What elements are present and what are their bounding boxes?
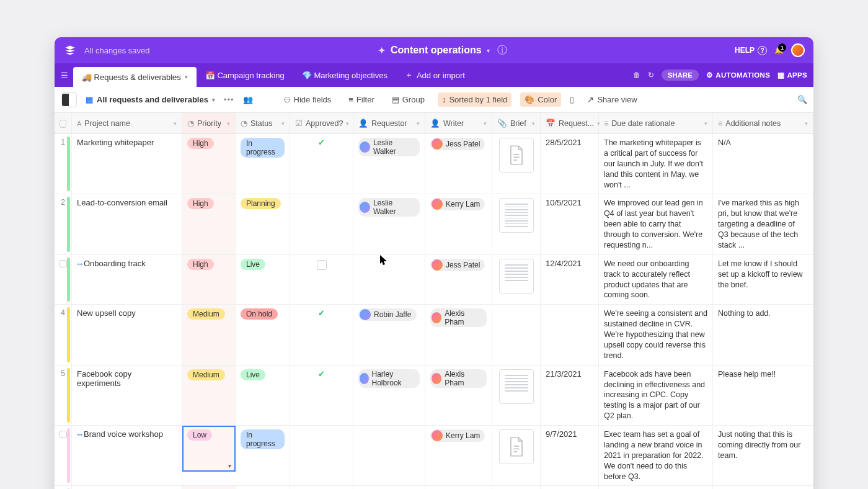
cell-approved[interactable] (290, 194, 353, 254)
attachment-thumb[interactable] (499, 198, 534, 233)
cell-brief[interactable] (492, 305, 541, 364)
cell-project-name[interactable]: New onboarding guide (72, 486, 182, 489)
person-chip[interactable]: Alexis Pham (430, 308, 487, 327)
attachment-thumb[interactable] (499, 369, 534, 404)
row-number[interactable]: 4 (55, 305, 72, 364)
cell-notes[interactable]: Nothing to add. (713, 305, 813, 364)
row-number[interactable]: 2 (55, 194, 72, 254)
cell-rationale[interactable]: Facebook ads have been declining in effe… (599, 366, 713, 425)
column-requestor[interactable]: 👤Requestor▾ (353, 113, 425, 133)
cell-status[interactable]: Live (236, 366, 290, 425)
cell-rationale[interactable]: We need our onboarding track to accurate… (599, 255, 713, 305)
column-notes[interactable]: ≡Additional notes▾ (713, 113, 813, 133)
cell-rationale[interactable]: We'd like to launch the guide soon after… (599, 486, 713, 489)
cell-writer[interactable]: Kerry Lam (425, 426, 492, 485)
cell-writer[interactable]: Jess Patel (425, 134, 492, 194)
row-number[interactable] (55, 255, 72, 305)
cell-priority[interactable]: Low (182, 426, 236, 472)
filter-button[interactable]: ≡Filter (344, 92, 378, 107)
tab-campaign-tracking[interactable]: 📅 Campaign tracking (197, 66, 293, 84)
cell-notes[interactable]: Let me know if I should set up a kickoff… (713, 255, 813, 305)
column-priority[interactable]: ◔Priority▾ (182, 113, 236, 133)
cell-notes[interactable]: Please help me!! (713, 366, 813, 425)
cell-requestor[interactable] (353, 255, 425, 305)
cell-date[interactable] (541, 305, 599, 364)
cell-notes[interactable]: I've marked this as high pri, but know t… (713, 194, 813, 254)
cell-brief[interactable] (492, 194, 541, 254)
table-row[interactable]: 5 Facebook copy experiments Medium Live … (55, 366, 813, 426)
row-height-icon[interactable]: ▯ (570, 95, 574, 104)
cell-approved[interactable]: ✓ (290, 305, 353, 364)
tab-marketing-objectives[interactable]: 💎 Marketing objectives (293, 66, 396, 84)
cell-rationale[interactable]: We're seeing a consistent and sustained … (599, 305, 713, 364)
app-logo-icon[interactable] (63, 43, 77, 57)
cell-requestor[interactable]: Leslie Walker (353, 194, 425, 254)
cell-project-name[interactable]: Marketing whitepaper (72, 134, 182, 194)
column-brief[interactable]: 📎Brief▾ (492, 113, 541, 133)
add-table-button[interactable]: ＋Add or import (396, 66, 474, 84)
person-chip[interactable]: Harley Holbrook (358, 369, 420, 388)
person-chip[interactable]: Leslie Walker (358, 138, 420, 156)
cell-project-name[interactable]: Facebook copy experiments (72, 366, 182, 425)
view-name[interactable]: ▦ All requests and deliverables ▾ (86, 95, 215, 104)
table-row[interactable]: 7 New onboarding guide Low Approvals Ker… (55, 486, 813, 489)
hide-fields-button[interactable]: ⦵Hide fields (279, 92, 336, 107)
cell-writer[interactable]: Jess Patel (425, 255, 492, 305)
cell-brief[interactable] (492, 366, 541, 425)
cell-approved[interactable] (290, 426, 353, 485)
menu-icon[interactable]: ☰ (61, 71, 68, 80)
notifications-button[interactable]: 🔔 1 (774, 46, 784, 55)
cell-writer[interactable]: Kerry Lam (425, 486, 492, 489)
person-chip[interactable]: Leslie Walker (358, 198, 420, 217)
cell-date[interactable]: 28/4/2021 (541, 486, 599, 489)
person-chip[interactable]: Kerry Lam (430, 429, 485, 442)
expand-icon[interactable]: ⤢ (75, 430, 85, 440)
trash-icon[interactable]: 🗑 (633, 71, 640, 79)
cell-requestor[interactable] (353, 426, 425, 485)
cell-date[interactable]: 9/7/2021 (541, 426, 599, 485)
column-status[interactable]: ◔Status▾ (236, 113, 290, 133)
table-row[interactable]: ⤢Onboarding track High Live Jess Patel 1… (55, 255, 813, 305)
collaborators-icon[interactable]: 👥 (243, 95, 253, 104)
cell-rationale[interactable]: Exec team has set a goal of landing a ne… (599, 426, 713, 485)
cell-project-name[interactable]: ⤢Brand voice workshop (72, 426, 182, 485)
attachment-icon[interactable] (499, 429, 534, 464)
row-number[interactable]: 5 (55, 366, 72, 425)
cell-priority[interactable]: High (182, 194, 236, 254)
person-chip[interactable]: Alexis Pham (430, 369, 487, 388)
more-icon[interactable]: ••• (224, 95, 234, 104)
cell-notes[interactable]: Just noting that this is coming directly… (713, 426, 813, 485)
cell-writer[interactable]: Alexis Pham (425, 305, 492, 364)
share-button[interactable]: SHARE (662, 70, 699, 81)
sidebar-toggle[interactable] (61, 92, 77, 107)
share-view-button[interactable]: ↗Share view (583, 92, 641, 107)
column-approved[interactable]: ☑Approved?▾ (290, 113, 353, 133)
cell-priority[interactable]: High (182, 134, 236, 194)
cell-priority[interactable]: Medium (182, 366, 236, 425)
cell-date[interactable]: 21/3/2021 (541, 366, 599, 425)
cell-status[interactable]: Planning (236, 194, 290, 254)
cell-priority[interactable]: Medium (182, 305, 236, 364)
chevron-down-icon[interactable]: ▾ (212, 97, 215, 103)
cell-priority[interactable]: Low (182, 486, 236, 489)
select-all-checkbox[interactable] (55, 113, 72, 133)
cell-date[interactable]: 10/5/2021 (541, 194, 599, 254)
expand-icon[interactable]: ⤢ (75, 259, 85, 269)
cell-status[interactable]: On hold (236, 305, 290, 364)
row-number[interactable] (55, 426, 72, 485)
column-rationale[interactable]: ≡Due date rationale▾ (599, 113, 713, 133)
column-project-name[interactable]: AProject name▾ (72, 113, 182, 133)
apps-button[interactable]: ▦APPS (777, 71, 807, 79)
cell-project-name[interactable]: Lead-to-conversion email (72, 194, 182, 254)
search-icon[interactable]: 🔍 (797, 95, 807, 104)
user-avatar[interactable] (791, 43, 805, 57)
cell-requestor[interactable] (353, 486, 425, 489)
sort-button[interactable]: ↕Sorted by 1 field (438, 92, 512, 107)
table-row[interactable]: ⤢Brand voice workshop Low In progress Ke… (55, 426, 813, 486)
person-chip[interactable]: Robin Jaffe (358, 308, 417, 321)
cell-status[interactable]: In progress (236, 134, 290, 194)
table-row[interactable]: 1 Marketing whitepaper High In progress … (55, 134, 813, 194)
person-chip[interactable]: Kerry Lam (430, 198, 485, 210)
cell-rationale[interactable]: The marketing whitepaper is a critical p… (599, 134, 713, 194)
cell-project-name[interactable]: ⤢Onboarding track (72, 255, 182, 305)
